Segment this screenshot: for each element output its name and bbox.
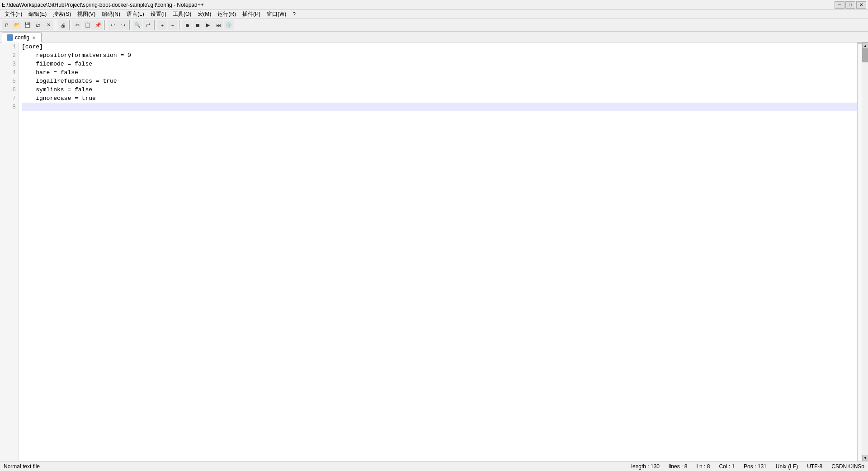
cut-button[interactable]: ✂ — [72, 20, 82, 30]
code-line-6: symlinks = false — [22, 85, 857, 94]
open-button[interactable]: 📂 — [12, 20, 22, 30]
find-button[interactable]: 🔍 — [132, 20, 142, 30]
menu-language[interactable]: 语言(L) — [124, 9, 147, 19]
menu-plugins[interactable]: 插件(P) — [240, 9, 263, 19]
new-button[interactable]: 🗋 — [2, 20, 12, 30]
scrollbar-right[interactable]: ▲ ▼ — [862, 42, 868, 461]
menu-bar: 文件(F) 编辑(E) 搜索(S) 视图(V) 编码(N) 语言(L) 设置(I… — [0, 10, 868, 19]
tab-label: config — [15, 34, 29, 41]
line-number-8: 8 — [0, 103, 19, 111]
status-lines: lines : 8 — [669, 463, 687, 470]
replace-button[interactable]: ⇄ — [143, 20, 153, 30]
macro-stop-button[interactable]: ⏹ — [193, 20, 203, 30]
sep5 — [154, 20, 156, 30]
tab-bar: config ✕ — [0, 32, 868, 42]
editor-container: 12345678 [core] repositoryformatversion … — [0, 42, 868, 461]
scroll-down-arrow[interactable]: ▼ — [862, 455, 868, 461]
sep4 — [129, 20, 131, 30]
close-button[interactable]: ✕ — [856, 1, 866, 9]
redo-button[interactable]: ↪ — [118, 20, 128, 30]
line-number-5: 5 — [0, 77, 19, 85]
status-col: Col : 1 — [719, 463, 735, 470]
menu-search[interactable]: 搜索(S) — [50, 9, 74, 19]
title-bar: E:\IdeaWorkspace\GitHubProject\spring-bo… — [0, 0, 868, 10]
status-ln: Ln : 8 — [696, 463, 710, 470]
tab-config[interactable]: config ✕ — [2, 33, 42, 42]
scroll-thumb[interactable] — [862, 49, 868, 62]
status-file-type: Normal text file — [4, 463, 631, 470]
macro-save-button[interactable]: 💿 — [224, 20, 234, 30]
zoom-out-button[interactable]: − — [168, 20, 178, 30]
menu-file[interactable]: 文件(F) — [2, 9, 25, 19]
code-line-7: ignorecase = true — [22, 94, 857, 103]
menu-edit[interactable]: 编辑(E) — [26, 9, 49, 19]
toolbar: 🗋 📂 💾 🗂 ✕ 🖨 ✂ 📋 📌 ↩ ↪ 🔍 ⇄ + − ⏺ ⏹ ▶ ⏭ 💿 — [0, 19, 868, 32]
code-line-4: bare = false — [22, 68, 857, 77]
title-controls: ─ □ ✕ — [835, 1, 866, 9]
line-number-1: 1 — [0, 42, 19, 51]
menu-encode[interactable]: 编码(N) — [99, 9, 123, 19]
sep6 — [179, 20, 181, 30]
print-button[interactable]: 🖨 — [58, 20, 68, 30]
copy-button[interactable]: 📋 — [83, 20, 93, 30]
undo-button[interactable]: ↩ — [108, 20, 118, 30]
code-line-5: logallrefupdates = true — [22, 77, 857, 85]
menu-settings[interactable]: 设置(I) — [148, 9, 169, 19]
status-length: length : 130 — [631, 463, 660, 470]
line-number-4: 4 — [0, 68, 19, 77]
status-right: length : 130 lines : 8 Ln : 8 Col : 1 Po… — [631, 463, 864, 470]
file-icon — [7, 34, 13, 41]
macro-next-button[interactable]: ⏭ — [213, 20, 223, 30]
sep3 — [104, 20, 106, 30]
menu-help[interactable]: ? — [290, 10, 298, 19]
macro-play-button[interactable]: ▶ — [203, 20, 213, 30]
line-number-3: 3 — [0, 60, 19, 68]
maximize-button[interactable]: □ — [845, 1, 855, 9]
save-all-button[interactable]: 🗂 — [33, 20, 43, 30]
menu-run[interactable]: 运行(R) — [215, 9, 239, 19]
menu-tools[interactable]: 工具(O) — [170, 9, 194, 19]
menu-window[interactable]: 窗口(W) — [264, 9, 289, 19]
line-numbers: 12345678 — [0, 42, 19, 461]
status-encoding: UTF-8 — [807, 463, 822, 470]
code-line-1: [core] — [22, 42, 857, 51]
close-button-tb[interactable]: ✕ — [43, 20, 53, 30]
menu-macro[interactable]: 宏(M) — [195, 9, 214, 19]
menu-view[interactable]: 视图(V) — [75, 9, 98, 19]
scroll-up-arrow[interactable]: ▲ — [862, 42, 868, 49]
zoom-in-button[interactable]: + — [157, 20, 167, 30]
minimize-button[interactable]: ─ — [835, 1, 844, 9]
status-extra: CSDN ©INSo — [831, 463, 864, 470]
code-line-3: filemode = false — [22, 60, 857, 68]
status-line-ending: Unix (LF) — [776, 463, 798, 470]
sep2 — [69, 20, 71, 30]
tab-close-icon[interactable]: ✕ — [31, 35, 37, 40]
code-line-2: repositoryformatversion = 0 — [22, 51, 857, 60]
status-bar: Normal text file length : 130 lines : 8 … — [0, 461, 868, 471]
line-number-2: 2 — [0, 51, 19, 60]
macro-rec-button[interactable]: ⏺ — [182, 20, 192, 30]
sep1 — [55, 20, 57, 30]
save-button[interactable]: 💾 — [23, 20, 33, 30]
title-text: E:\IdeaWorkspace\GitHubProject\spring-bo… — [2, 2, 204, 8]
line-number-6: 6 — [0, 85, 19, 94]
paste-button[interactable]: 📌 — [93, 20, 103, 30]
code-line-8 — [22, 103, 857, 111]
status-pos: Pos : 131 — [744, 463, 767, 470]
code-area[interactable]: [core] repositoryformatversion = 0 filem… — [19, 42, 857, 461]
minimap — [857, 42, 862, 461]
line-number-7: 7 — [0, 94, 19, 103]
